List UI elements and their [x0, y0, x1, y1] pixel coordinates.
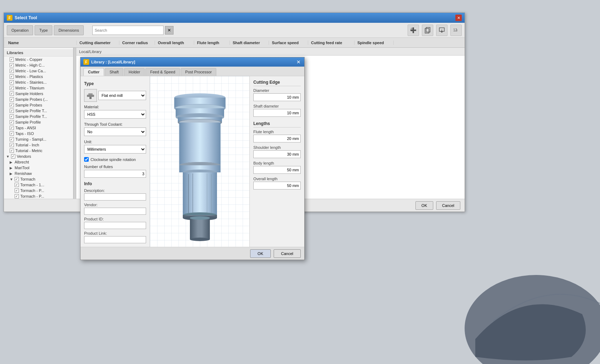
body-length-input[interactable]	[253, 166, 301, 174]
library-item-sample-profile-1[interactable]: Sample Profile T...	[4, 108, 73, 114]
library-item-tutorial-metric[interactable]: Tutorial - Metric	[4, 148, 73, 154]
overall-length-input[interactable]	[253, 182, 301, 189]
dialog-titlebar: F Library : [Local/Library] ✕	[81, 57, 304, 67]
library-item-metric-low[interactable]: Metric - Low Ca...	[4, 68, 73, 74]
library-item-metric-stainless[interactable]: Metric - Stainles...	[4, 79, 73, 85]
product-id-input[interactable]	[84, 222, 146, 229]
lib-checkbox-sample-probes-1[interactable]	[10, 97, 14, 102]
library-item-renishaw[interactable]: ▶ Renishaw	[4, 171, 73, 176]
overall-length-label: Overall length	[253, 177, 301, 181]
operation-tab[interactable]: Operation	[7, 25, 33, 35]
lib-checkbox-sample-profile-2[interactable]	[10, 114, 14, 119]
duplicate-icon[interactable]	[422, 25, 433, 36]
numbering-icon[interactable]: 123	[450, 25, 462, 36]
lib-label-metric-stainless: Metric - Stainles...	[15, 80, 47, 84]
lib-checkbox-metric-copper[interactable]	[10, 57, 14, 62]
flutes-input[interactable]	[84, 170, 146, 178]
library-item-tormach-1[interactable]: Tormach - 1...	[4, 182, 73, 188]
library-item-sample-probes-2[interactable]: Sample Probes	[4, 102, 73, 108]
tab-feed-speed[interactable]: Feed & Speed	[145, 68, 180, 76]
lib-checkbox-metric-stainless[interactable]	[10, 80, 14, 84]
clockwise-checkbox[interactable]	[84, 157, 89, 162]
tab-post-processor[interactable]: Post Processor	[181, 68, 217, 76]
library-item-metric-copper[interactable]: Metric - Copper	[4, 57, 73, 62]
lib-checkbox-tormach-p2[interactable]	[15, 194, 19, 198]
lib-checkbox-sample-holders[interactable]	[10, 92, 14, 96]
dimensions-tab[interactable]: Dimensions	[54, 25, 83, 35]
coolant-select[interactable]: No	[84, 128, 146, 136]
library-item-turning-sampl[interactable]: Turning - Sampl...	[4, 136, 73, 142]
tab-shaft[interactable]: Shaft	[105, 68, 123, 76]
bottom-cancel-button[interactable]: Cancel	[436, 201, 460, 210]
overall-length-field-row: Overall length	[253, 177, 301, 189]
lib-checkbox-sample-probes-2[interactable]	[10, 103, 14, 107]
add-tool-icon[interactable]	[408, 25, 419, 36]
lib-checkbox-tormach-1[interactable]	[15, 183, 19, 187]
lib-checkbox-taps-iso[interactable]	[10, 131, 14, 136]
lib-label-metric-copper: Metric - Copper	[15, 57, 42, 62]
lib-checkbox-metric-plastics[interactable]	[10, 74, 14, 79]
lib-label-sample-holders: Sample Holders	[15, 92, 43, 96]
diameter-input[interactable]	[253, 93, 301, 101]
library-item-maritool[interactable]: ▶ MariTool	[4, 165, 73, 171]
material-select[interactable]: HSS	[84, 110, 146, 119]
type-tab[interactable]: Type	[35, 25, 52, 35]
library-item-sample-profile-3[interactable]: Sample Profile	[4, 119, 73, 125]
info-section: Info Description: Vendor: Product ID:	[84, 181, 146, 243]
tool-preview-panel	[150, 76, 250, 247]
shoulder-length-input[interactable]	[253, 150, 301, 158]
lib-label-tormach-1: Tormach - 1...	[20, 183, 44, 187]
coolant-group: Through Tool Coolant: No	[84, 122, 146, 136]
dialog-ok-button[interactable]: OK	[250, 249, 271, 258]
window-close-button[interactable]: ✕	[455, 15, 462, 21]
library-item-sample-holders[interactable]: Sample Holders	[4, 91, 73, 97]
library-item-tormach[interactable]: ▼ Tormach	[4, 176, 73, 182]
library-item-sample-probes-1[interactable]: Sample Probes (...	[4, 97, 73, 102]
vendor-input[interactable]	[84, 208, 146, 215]
lib-label-metric-high: Metric - High C...	[15, 63, 45, 67]
library-item-metric-plastics[interactable]: Metric - Plastics	[4, 74, 73, 79]
lib-checkbox-tutorial-metric[interactable]	[10, 149, 14, 153]
panel-resize-handle[interactable]	[73, 48, 76, 199]
dialog-cancel-button[interactable]: Cancel	[274, 249, 301, 258]
bottom-ok-button[interactable]: OK	[415, 201, 433, 210]
search-clear-button[interactable]: ✕	[165, 26, 174, 35]
import-icon[interactable]	[436, 25, 448, 36]
tab-cutter[interactable]: Cutter	[83, 68, 104, 76]
library-item-metric-high[interactable]: Metric - High C...	[4, 62, 73, 68]
lib-checkbox-tormach[interactable]	[15, 177, 19, 181]
lib-checkbox-metric-titanium[interactable]	[10, 86, 14, 90]
shaft-diameter-input[interactable]	[253, 109, 301, 117]
select-tool-titlebar: F Select Tool ✕	[4, 13, 465, 23]
lib-checkbox-tormach-p1[interactable]	[15, 188, 19, 193]
window-title: Select Tool	[15, 15, 37, 20]
tab-holder[interactable]: Holder	[124, 68, 145, 76]
library-item-sample-profile-2[interactable]: Sample Profile T...	[4, 114, 73, 119]
library-item-metric-titanium[interactable]: Metric - Titanium	[4, 85, 73, 91]
lib-label-sample-probes-1: Sample Probes (...	[15, 97, 48, 102]
description-input[interactable]	[84, 193, 146, 201]
lib-checkbox-sample-profile-3[interactable]	[10, 120, 14, 124]
search-input[interactable]	[92, 26, 164, 35]
library-item-tutorial-inch[interactable]: Tutorial - Inch	[4, 142, 73, 148]
library-item-taps-iso[interactable]: Taps - ISO	[4, 131, 73, 136]
product-link-input[interactable]	[84, 236, 146, 243]
lib-checkbox-turning-sampl[interactable]	[10, 137, 14, 141]
lib-checkbox-metric-high[interactable]	[10, 63, 14, 67]
dialog-close-button[interactable]: ✕	[296, 59, 301, 65]
library-item-tormach-p2[interactable]: Tormach - P...	[4, 193, 73, 199]
tool-type-dropdown[interactable]: Flat end mill	[98, 91, 146, 100]
material-label: Material:	[84, 105, 146, 109]
library-item-albrecht[interactable]: ▶ Albrecht	[4, 159, 73, 165]
flute-length-label: Flute length	[253, 130, 301, 134]
library-item-taps-ansi[interactable]: Taps - ANSI	[4, 125, 73, 131]
library-item-tormach-p1[interactable]: Tormach - P...	[4, 188, 73, 193]
lib-checkbox-sample-profile-1[interactable]	[10, 109, 14, 113]
lib-checkbox-vendors[interactable]	[11, 154, 15, 158]
flute-length-input[interactable]	[253, 135, 301, 142]
lib-checkbox-taps-ansi[interactable]	[10, 126, 14, 130]
lib-checkbox-metric-low[interactable]	[10, 69, 14, 73]
lib-checkbox-tutorial-inch[interactable]	[10, 143, 14, 147]
library-item-vendors[interactable]: ▼ Vendors	[4, 154, 73, 159]
unit-select[interactable]: Millimeters	[84, 145, 146, 154]
